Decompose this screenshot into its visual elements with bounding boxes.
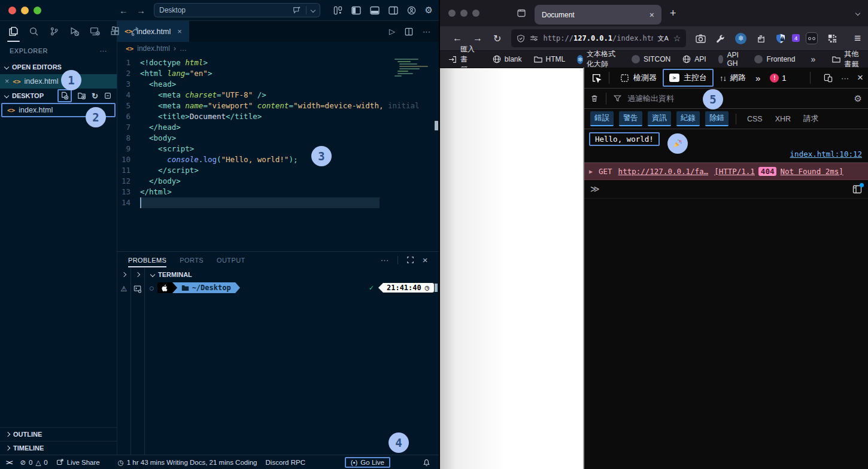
devtools-tab-network[interactable]: ↑↓ 網路: [714, 68, 752, 88]
element-picker-icon[interactable]: [589, 73, 604, 83]
customize-layout-icon[interactable]: [333, 6, 342, 15]
browser-tab-document[interactable]: Document ×: [535, 5, 661, 25]
back-button[interactable]: ←: [447, 33, 468, 44]
bookmark-star-icon[interactable]: ☆: [673, 34, 681, 43]
bookmark-blank[interactable]: blank: [493, 55, 522, 63]
new-folder-button[interactable]: [77, 92, 86, 100]
wrench-extension-icon[interactable]: [716, 34, 725, 43]
filter-debug-button[interactable]: 除錯: [705, 111, 729, 126]
maximize-panel-icon[interactable]: [406, 256, 414, 264]
tab-ports[interactable]: PORTS: [180, 257, 204, 264]
console-error-row[interactable]: ▶ GET http://127.0.0.1/fa… [HTTP/1.1 404…: [584, 163, 868, 180]
close-window-button[interactable]: [8, 7, 16, 14]
bookmarks-overflow-icon[interactable]: »: [811, 54, 815, 64]
minimize-window-button[interactable]: [460, 10, 468, 17]
devtools-tab-console[interactable]: > 主控台: [663, 69, 714, 87]
filter-errors-button[interactable]: 錯誤: [590, 111, 614, 126]
url-bar[interactable]: http://127.0.0.1/index.htm 文A ☆: [511, 29, 686, 47]
toggle-panel-icon[interactable]: [370, 6, 380, 15]
text-formatter-extension-icon[interactable]: ❄: [735, 33, 746, 44]
tab-output[interactable]: OUTPUT: [217, 257, 245, 264]
console-settings-gear-icon[interactable]: ⚙: [854, 93, 862, 104]
filter-css-button[interactable]: CSS: [743, 113, 766, 125]
terminal-area[interactable]: TERMINAL ○: [145, 268, 439, 455]
privacy-shield-extension-icon[interactable]: [776, 34, 785, 44]
translate-icon[interactable]: 文A: [658, 34, 669, 43]
new-tab-button[interactable]: +: [670, 7, 676, 20]
copilot-chat-icon[interactable]: [293, 6, 301, 14]
minimize-window-button[interactable]: [21, 7, 29, 14]
rendered-page[interactable]: [440, 68, 583, 469]
qr-grid-extension-icon[interactable]: [828, 34, 837, 43]
explorer-more-icon[interactable]: ···: [100, 47, 108, 54]
more-actions-icon[interactable]: ···: [423, 27, 430, 36]
code-editor[interactable]: 1<!doctype html>2<html lang="en">3 <head…: [117, 55, 439, 251]
filter-logs-button[interactable]: 紀錄: [676, 111, 700, 126]
close-panel-icon[interactable]: ×: [423, 255, 428, 265]
new-file-button[interactable]: [57, 89, 72, 102]
close-tab-icon[interactable]: ×: [650, 10, 654, 20]
zoom-window-button[interactable]: [34, 7, 41, 14]
zoom-window-button[interactable]: [472, 10, 479, 17]
bookmark-sitcon[interactable]: SITCON: [632, 55, 670, 63]
run-debug-icon[interactable]: [69, 21, 80, 42]
chevron-down-icon[interactable]: [311, 8, 315, 13]
split-editor-icon[interactable]: [405, 28, 413, 36]
hamburger-menu-icon[interactable]: ≡: [854, 32, 861, 45]
outline-section[interactable]: OUTLINE: [0, 427, 117, 441]
console-log-row[interactable]: Hello, world!: [584, 129, 868, 148]
time-tracker-status[interactable]: ◷ 1 hr 43 mins Writing Docs, 21 mins Cod…: [118, 458, 257, 467]
editor-scrollbar[interactable]: [433, 55, 439, 251]
tab-problems[interactable]: PROBLEMS: [128, 257, 166, 264]
expand-triangle-icon[interactable]: ▶: [589, 168, 593, 175]
filter-xhr-button[interactable]: XHR: [772, 113, 794, 125]
split-console-icon[interactable]: [852, 185, 862, 194]
tracking-shield-icon[interactable]: [517, 34, 525, 43]
bookmark-frontend[interactable]: Frontend: [754, 55, 795, 63]
breadcrumb[interactable]: <> index.html › …: [117, 42, 439, 55]
console-input-row[interactable]: ≫: [584, 180, 868, 199]
notifications-bell-icon[interactable]: [423, 458, 430, 467]
dark-mode-extension-icon[interactable]: [806, 32, 818, 44]
command-center-search[interactable]: Desktop: [154, 3, 320, 17]
close-editor-icon[interactable]: ×: [5, 77, 9, 86]
close-window-button[interactable]: [448, 10, 456, 17]
firefox-view-icon[interactable]: [517, 8, 526, 18]
debug-console-strip[interactable]: [131, 268, 145, 455]
collapse-folders-button[interactable]: [104, 92, 112, 100]
timeline-section[interactable]: TIMELINE: [0, 441, 117, 455]
close-devtools-icon[interactable]: ×: [857, 72, 863, 84]
devtools-more-icon[interactable]: ···: [841, 74, 849, 83]
responsive-design-icon[interactable]: [824, 74, 833, 83]
macos-traffic-lights-inactive[interactable]: [448, 10, 479, 17]
desktop-folder-section[interactable]: DESKTOP ↻: [0, 89, 117, 103]
forward-button[interactable]: →: [468, 33, 488, 44]
discord-rpc-status[interactable]: Discord RPC: [266, 459, 305, 466]
request-url-link[interactable]: http://127.0.0.1/fa…: [618, 167, 709, 176]
refresh-explorer-button[interactable]: ↻: [92, 92, 98, 100]
search-icon[interactable]: [29, 21, 39, 42]
open-editor-item-index-html[interactable]: × <> index.html: [0, 74, 117, 89]
list-all-tabs-icon[interactable]: [855, 11, 860, 16]
explorer-icon[interactable]: [8, 21, 19, 42]
bookmark-api[interactable]: API: [682, 55, 706, 63]
filter-info-button[interactable]: 資訊: [648, 111, 671, 126]
go-live-button[interactable]: (•) Go Live: [345, 457, 390, 468]
minimap[interactable]: [394, 59, 432, 77]
history-back-icon[interactable]: ←: [119, 5, 128, 16]
filter-requests-button[interactable]: 請求: [800, 112, 822, 126]
command-decoration-icon[interactable]: ○: [150, 284, 154, 292]
bookmark-api-gh[interactable]: API GH: [718, 51, 743, 68]
live-share-icon[interactable]: [130, 21, 141, 42]
toggle-primary-sidebar-icon[interactable]: [351, 6, 361, 15]
history-forward-icon[interactable]: →: [136, 5, 145, 16]
console-error-counter[interactable]: ! 1: [770, 74, 786, 83]
other-bookmarks-folder[interactable]: 其他書籤: [832, 49, 860, 69]
run-file-icon[interactable]: ▷: [389, 27, 395, 36]
remote-indicator[interactable]: ><: [6, 459, 11, 466]
problems-strip[interactable]: ⚠: [117, 268, 131, 455]
console-filter-input[interactable]: 過濾輸出資料: [627, 93, 674, 104]
panel-more-icon[interactable]: ···: [381, 255, 389, 264]
screenshot-extension-icon[interactable]: [696, 34, 706, 43]
settings-gear-icon[interactable]: ⚙: [425, 5, 433, 16]
